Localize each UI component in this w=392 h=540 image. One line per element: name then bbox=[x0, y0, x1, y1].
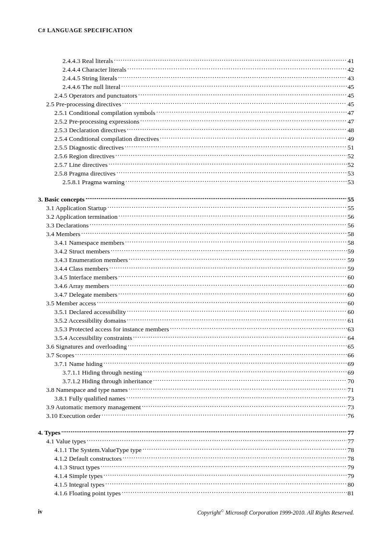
toc-entry: 3. Basic concepts 55 bbox=[38, 195, 354, 203]
toc-entry-label: 2.4.5 Operators and punctuators bbox=[54, 91, 137, 100]
toc-entry-label: 3.6 Signatures and overloading bbox=[46, 342, 127, 351]
toc-entry-page: 41 bbox=[348, 57, 355, 65]
toc-entry-page: 79 bbox=[348, 463, 355, 472]
toc-entry-label: 3.1 Application Startup bbox=[46, 204, 107, 213]
toc-entry: 3.4.2 Struct members 59 bbox=[38, 247, 354, 255]
toc-entry-page: 59 bbox=[348, 256, 355, 264]
toc-dot-leader bbox=[116, 169, 346, 176]
toc-dot-leader bbox=[81, 229, 346, 236]
toc-dot-leader bbox=[109, 160, 347, 167]
toc-entry-page: 71 bbox=[348, 386, 355, 394]
toc-entry-label: 3.5.4 Accessibility constraints bbox=[54, 334, 132, 342]
toc-dot-leader bbox=[118, 74, 347, 80]
toc-dot-leader bbox=[119, 212, 347, 219]
toc-entry-label: 4. Types bbox=[38, 428, 61, 437]
toc-dot-leader bbox=[125, 143, 347, 150]
toc-entry-label: 3.4.4 Class members bbox=[54, 264, 109, 273]
toc-dot-leader bbox=[118, 290, 346, 297]
toc-entry-page: 76 bbox=[348, 412, 355, 420]
toc-entry-page: 61 bbox=[348, 316, 355, 325]
toc-entry-label: 3.4.6 Array members bbox=[54, 282, 109, 290]
toc-entry: 3.8 Namespace and type names 71 bbox=[38, 385, 354, 394]
toc-entry: 2.5.5 Diagnostic directives 51 bbox=[38, 143, 354, 151]
toc-entry-label: 3.7.1.2 Hiding through inheritance bbox=[62, 377, 152, 386]
toc-entry-page: 60 bbox=[348, 273, 355, 282]
toc-entry-page: 70 bbox=[348, 377, 355, 386]
toc-dot-leader bbox=[105, 480, 346, 487]
toc-dot-leader bbox=[61, 428, 347, 435]
toc-dot-leader bbox=[102, 411, 347, 418]
toc-entry-page: 63 bbox=[348, 325, 355, 334]
toc-entry: 2.5.2 Pre-processing expressions 47 bbox=[38, 117, 354, 126]
document-header: C# LANGUAGE SPECIFICATION bbox=[38, 27, 354, 34]
toc-dot-leader bbox=[125, 177, 346, 184]
toc-dot-leader bbox=[122, 489, 346, 495]
page-number: iv bbox=[38, 508, 42, 516]
toc-entry-label: 3.5.3 Protected access for instance memb… bbox=[54, 325, 169, 334]
toc-section: 3. Basic concepts 553.1 Application Star… bbox=[38, 195, 354, 420]
toc-entry: 2.5.1 Conditional compilation symbols 47 bbox=[38, 108, 354, 117]
toc-dot-leader bbox=[75, 351, 347, 357]
toc-dot-leader bbox=[110, 264, 347, 271]
toc-entry: 4.1.1 The System.ValueType type 78 bbox=[38, 445, 354, 454]
toc-entry-page: 58 bbox=[348, 230, 355, 239]
toc-entry: 2.4.4.6 The null literal 45 bbox=[38, 82, 354, 91]
toc-entry: 3.5.3 Protected access for instance memb… bbox=[38, 325, 354, 333]
toc-dot-leader bbox=[156, 108, 346, 115]
toc-dot-leader bbox=[121, 82, 346, 89]
toc-entry-label: 3.10 Execution order bbox=[46, 412, 101, 420]
toc-dot-leader bbox=[143, 445, 347, 452]
toc-dot-leader bbox=[115, 151, 346, 158]
toc-entry-page: 77 bbox=[348, 428, 355, 437]
toc-entry: 3.4.6 Array members 60 bbox=[38, 281, 354, 290]
toc-entry-page: 66 bbox=[348, 351, 355, 360]
toc-entry-page: 52 bbox=[348, 152, 355, 161]
toc-entry-label: 3.8.1 Fully qualified names bbox=[54, 394, 125, 403]
toc-entry-label: 3.4.2 Struct members bbox=[54, 247, 110, 256]
toc-entry-label: 3. Basic concepts bbox=[38, 195, 85, 204]
toc-entry-page: 45 bbox=[348, 91, 355, 100]
toc-entry-label: 2.4.4.4 Character literals bbox=[62, 65, 126, 74]
toc-entry: 2.5.8.1 Pragma warning 53 bbox=[38, 177, 354, 186]
toc-entry: 3.7 Scopes 66 bbox=[38, 351, 354, 359]
toc-dot-leader bbox=[125, 238, 346, 245]
toc-entry-page: 58 bbox=[348, 239, 355, 247]
toc-entry: 2.4.5 Operators and punctuators 45 bbox=[38, 91, 354, 100]
toc-entry-page: 73 bbox=[348, 394, 355, 403]
page-footer: iv Copyright© Microsoft Corporation 1999… bbox=[38, 508, 354, 516]
toc-entry-page: 56 bbox=[348, 213, 355, 221]
toc-entry-page: 79 bbox=[348, 472, 355, 480]
toc-entry-label: 2.5.3 Declaration directives bbox=[54, 126, 126, 135]
toc-entry: 3.4.5 Interface members 60 bbox=[38, 273, 354, 281]
toc-dot-leader bbox=[114, 56, 346, 63]
toc-entry: 3.4.4 Class members 59 bbox=[38, 264, 354, 273]
toc-entry-label: 3.4 Members bbox=[46, 230, 80, 239]
toc-dot-leader bbox=[153, 377, 347, 383]
toc-entry-page: 45 bbox=[348, 100, 355, 109]
toc-entry-label: 2.5.8.1 Pragma warning bbox=[62, 178, 124, 187]
toc-dot-leader bbox=[133, 333, 347, 340]
toc-entry-label: 3.2 Application termination bbox=[46, 213, 118, 221]
toc-entry: 2.5.8 Pragma directives 53 bbox=[38, 169, 354, 177]
toc-entry-page: 69 bbox=[348, 360, 355, 368]
toc-dot-leader bbox=[110, 247, 346, 253]
toc-entry-label: 2.5.5 Diagnostic directives bbox=[54, 143, 124, 152]
toc-entry-label: 3.8 Namespace and type names bbox=[46, 386, 128, 394]
table-of-contents: 2.4.4.3 Real literals 412.4.4.4 Characte… bbox=[38, 56, 354, 497]
toc-entry: 2.4.4.3 Real literals 41 bbox=[38, 56, 354, 65]
toc-dot-leader bbox=[101, 463, 347, 469]
toc-entry: 3.8.1 Fully qualified names 73 bbox=[38, 394, 354, 402]
toc-entry-label: 3.5.1 Declared accessibility bbox=[54, 308, 126, 316]
toc-entry-page: 59 bbox=[348, 264, 355, 273]
toc-entry-label: 3.5 Member access bbox=[46, 299, 96, 308]
toc-entry-page: 60 bbox=[348, 308, 355, 316]
toc-dot-leader bbox=[104, 359, 347, 366]
toc-entry: 2.4.4.4 Character literals 42 bbox=[38, 65, 354, 74]
toc-dot-leader bbox=[127, 316, 346, 323]
toc-entry: 3.7.1.2 Hiding through inheritance 70 bbox=[38, 377, 354, 385]
toc-dot-leader bbox=[87, 437, 347, 443]
toc-entry-page: 49 bbox=[348, 135, 355, 143]
toc-entry: 2.5.7 Line directives 52 bbox=[38, 160, 354, 169]
toc-entry: 4.1.2 Default constructors 78 bbox=[38, 454, 354, 463]
toc-entry: 2.5.4 Conditional compilation directives… bbox=[38, 134, 354, 143]
